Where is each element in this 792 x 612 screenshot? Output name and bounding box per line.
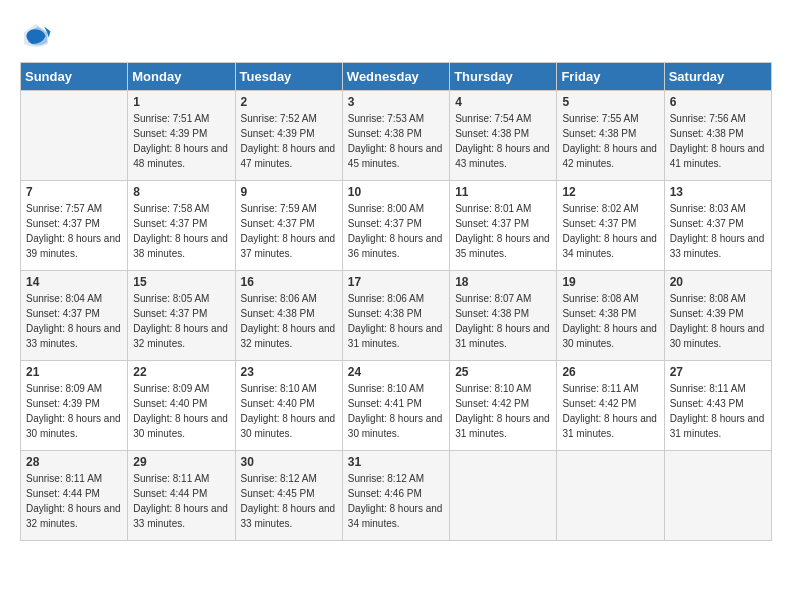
cell-info: Sunrise: 7:52 AM Sunset: 4:39 PM Dayligh… bbox=[241, 111, 337, 171]
sunrise-text: Sunrise: 8:07 AM bbox=[455, 293, 531, 304]
sunrise-text: Sunrise: 7:58 AM bbox=[133, 203, 209, 214]
calendar-week-row: 1 Sunrise: 7:51 AM Sunset: 4:39 PM Dayli… bbox=[21, 91, 772, 181]
calendar-cell bbox=[557, 451, 664, 541]
sunset-text: Sunset: 4:37 PM bbox=[133, 308, 207, 319]
daylight-text: Daylight: 8 hours and 31 minutes. bbox=[455, 413, 550, 439]
sunset-text: Sunset: 4:45 PM bbox=[241, 488, 315, 499]
sunrise-text: Sunrise: 8:03 AM bbox=[670, 203, 746, 214]
daylight-text: Daylight: 8 hours and 45 minutes. bbox=[348, 143, 443, 169]
cell-info: Sunrise: 8:06 AM Sunset: 4:38 PM Dayligh… bbox=[348, 291, 444, 351]
calendar-cell: 8 Sunrise: 7:58 AM Sunset: 4:37 PM Dayli… bbox=[128, 181, 235, 271]
day-header-saturday: Saturday bbox=[664, 63, 771, 91]
sunset-text: Sunset: 4:42 PM bbox=[562, 398, 636, 409]
daylight-text: Daylight: 8 hours and 30 minutes. bbox=[562, 323, 657, 349]
daylight-text: Daylight: 8 hours and 33 minutes. bbox=[133, 503, 228, 529]
daylight-text: Daylight: 8 hours and 30 minutes. bbox=[133, 413, 228, 439]
daylight-text: Daylight: 8 hours and 32 minutes. bbox=[241, 323, 336, 349]
daylight-text: Daylight: 8 hours and 32 minutes. bbox=[26, 503, 121, 529]
daylight-text: Daylight: 8 hours and 31 minutes. bbox=[455, 323, 550, 349]
daylight-text: Daylight: 8 hours and 43 minutes. bbox=[455, 143, 550, 169]
day-number: 11 bbox=[455, 185, 551, 199]
sunset-text: Sunset: 4:38 PM bbox=[455, 308, 529, 319]
cell-info: Sunrise: 8:08 AM Sunset: 4:39 PM Dayligh… bbox=[670, 291, 766, 351]
calendar-cell: 2 Sunrise: 7:52 AM Sunset: 4:39 PM Dayli… bbox=[235, 91, 342, 181]
sunset-text: Sunset: 4:38 PM bbox=[562, 128, 636, 139]
cell-info: Sunrise: 7:59 AM Sunset: 4:37 PM Dayligh… bbox=[241, 201, 337, 261]
day-number: 3 bbox=[348, 95, 444, 109]
sunrise-text: Sunrise: 8:05 AM bbox=[133, 293, 209, 304]
day-number: 29 bbox=[133, 455, 229, 469]
day-number: 1 bbox=[133, 95, 229, 109]
sunrise-text: Sunrise: 8:06 AM bbox=[241, 293, 317, 304]
sunrise-text: Sunrise: 8:12 AM bbox=[241, 473, 317, 484]
sunrise-text: Sunrise: 8:10 AM bbox=[348, 383, 424, 394]
sunrise-text: Sunrise: 7:52 AM bbox=[241, 113, 317, 124]
day-number: 5 bbox=[562, 95, 658, 109]
day-header-tuesday: Tuesday bbox=[235, 63, 342, 91]
sunset-text: Sunset: 4:38 PM bbox=[562, 308, 636, 319]
calendar-cell: 18 Sunrise: 8:07 AM Sunset: 4:38 PM Dayl… bbox=[450, 271, 557, 361]
daylight-text: Daylight: 8 hours and 33 minutes. bbox=[241, 503, 336, 529]
sunset-text: Sunset: 4:39 PM bbox=[670, 308, 744, 319]
day-header-wednesday: Wednesday bbox=[342, 63, 449, 91]
sunrise-text: Sunrise: 8:11 AM bbox=[562, 383, 638, 394]
sunrise-text: Sunrise: 8:06 AM bbox=[348, 293, 424, 304]
calendar-cell: 27 Sunrise: 8:11 AM Sunset: 4:43 PM Dayl… bbox=[664, 361, 771, 451]
sunset-text: Sunset: 4:44 PM bbox=[133, 488, 207, 499]
daylight-text: Daylight: 8 hours and 31 minutes. bbox=[670, 413, 765, 439]
day-number: 18 bbox=[455, 275, 551, 289]
cell-info: Sunrise: 7:58 AM Sunset: 4:37 PM Dayligh… bbox=[133, 201, 229, 261]
day-number: 17 bbox=[348, 275, 444, 289]
calendar-cell: 16 Sunrise: 8:06 AM Sunset: 4:38 PM Dayl… bbox=[235, 271, 342, 361]
cell-info: Sunrise: 8:05 AM Sunset: 4:37 PM Dayligh… bbox=[133, 291, 229, 351]
daylight-text: Daylight: 8 hours and 31 minutes. bbox=[348, 323, 443, 349]
sunset-text: Sunset: 4:38 PM bbox=[348, 308, 422, 319]
day-header-friday: Friday bbox=[557, 63, 664, 91]
sunset-text: Sunset: 4:37 PM bbox=[26, 308, 100, 319]
sunrise-text: Sunrise: 8:04 AM bbox=[26, 293, 102, 304]
cell-info: Sunrise: 8:11 AM Sunset: 4:44 PM Dayligh… bbox=[26, 471, 122, 531]
calendar-cell: 3 Sunrise: 7:53 AM Sunset: 4:38 PM Dayli… bbox=[342, 91, 449, 181]
sunrise-text: Sunrise: 7:54 AM bbox=[455, 113, 531, 124]
sunset-text: Sunset: 4:44 PM bbox=[26, 488, 100, 499]
cell-info: Sunrise: 8:11 AM Sunset: 4:42 PM Dayligh… bbox=[562, 381, 658, 441]
day-number: 14 bbox=[26, 275, 122, 289]
cell-info: Sunrise: 8:11 AM Sunset: 4:44 PM Dayligh… bbox=[133, 471, 229, 531]
daylight-text: Daylight: 8 hours and 31 minutes. bbox=[562, 413, 657, 439]
calendar-cell: 9 Sunrise: 7:59 AM Sunset: 4:37 PM Dayli… bbox=[235, 181, 342, 271]
calendar-cell: 25 Sunrise: 8:10 AM Sunset: 4:42 PM Dayl… bbox=[450, 361, 557, 451]
calendar-table: SundayMondayTuesdayWednesdayThursdayFrid… bbox=[20, 62, 772, 541]
cell-info: Sunrise: 8:04 AM Sunset: 4:37 PM Dayligh… bbox=[26, 291, 122, 351]
day-number: 10 bbox=[348, 185, 444, 199]
sunrise-text: Sunrise: 8:08 AM bbox=[670, 293, 746, 304]
calendar-cell: 30 Sunrise: 8:12 AM Sunset: 4:45 PM Dayl… bbox=[235, 451, 342, 541]
logo bbox=[20, 20, 56, 52]
sunset-text: Sunset: 4:38 PM bbox=[348, 128, 422, 139]
calendar-week-row: 7 Sunrise: 7:57 AM Sunset: 4:37 PM Dayli… bbox=[21, 181, 772, 271]
calendar-cell: 12 Sunrise: 8:02 AM Sunset: 4:37 PM Dayl… bbox=[557, 181, 664, 271]
daylight-text: Daylight: 8 hours and 33 minutes. bbox=[670, 233, 765, 259]
sunset-text: Sunset: 4:41 PM bbox=[348, 398, 422, 409]
cell-info: Sunrise: 7:57 AM Sunset: 4:37 PM Dayligh… bbox=[26, 201, 122, 261]
day-number: 26 bbox=[562, 365, 658, 379]
sunrise-text: Sunrise: 7:55 AM bbox=[562, 113, 638, 124]
calendar-cell: 11 Sunrise: 8:01 AM Sunset: 4:37 PM Dayl… bbox=[450, 181, 557, 271]
calendar-cell: 13 Sunrise: 8:03 AM Sunset: 4:37 PM Dayl… bbox=[664, 181, 771, 271]
daylight-text: Daylight: 8 hours and 48 minutes. bbox=[133, 143, 228, 169]
sunrise-text: Sunrise: 8:09 AM bbox=[26, 383, 102, 394]
daylight-text: Daylight: 8 hours and 37 minutes. bbox=[241, 233, 336, 259]
daylight-text: Daylight: 8 hours and 30 minutes. bbox=[241, 413, 336, 439]
cell-info: Sunrise: 7:51 AM Sunset: 4:39 PM Dayligh… bbox=[133, 111, 229, 171]
daylight-text: Daylight: 8 hours and 33 minutes. bbox=[26, 323, 121, 349]
day-number: 22 bbox=[133, 365, 229, 379]
daylight-text: Daylight: 8 hours and 36 minutes. bbox=[348, 233, 443, 259]
daylight-text: Daylight: 8 hours and 30 minutes. bbox=[26, 413, 121, 439]
sunset-text: Sunset: 4:37 PM bbox=[348, 218, 422, 229]
sunrise-text: Sunrise: 7:56 AM bbox=[670, 113, 746, 124]
cell-info: Sunrise: 8:12 AM Sunset: 4:45 PM Dayligh… bbox=[241, 471, 337, 531]
day-number: 6 bbox=[670, 95, 766, 109]
daylight-text: Daylight: 8 hours and 34 minutes. bbox=[562, 233, 657, 259]
day-number: 13 bbox=[670, 185, 766, 199]
calendar-week-row: 21 Sunrise: 8:09 AM Sunset: 4:39 PM Dayl… bbox=[21, 361, 772, 451]
day-number: 7 bbox=[26, 185, 122, 199]
